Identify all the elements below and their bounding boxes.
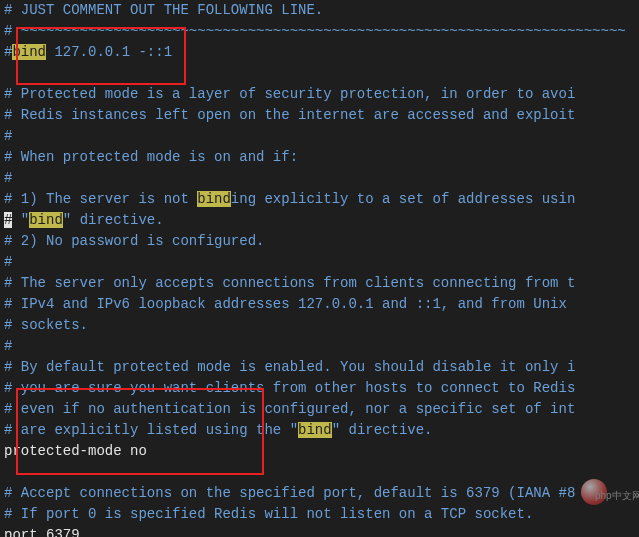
code-line[interactable]: # — [4, 168, 635, 189]
code-line[interactable]: # ~~~~~~~~~~~~~~~~~~~~~~~~~~~~~~~~~~~~~~… — [4, 21, 635, 42]
code-line[interactable]: # Protected mode is a layer of security … — [4, 84, 635, 105]
comment-text: " directive. — [63, 212, 164, 228]
code-text: port 6379 — [4, 527, 80, 537]
code-line[interactable]: # Redis instances left open on the inter… — [4, 105, 635, 126]
code-line[interactable]: port 6379 — [4, 525, 635, 537]
watermark: php中文网 — [581, 479, 631, 507]
code-line[interactable]: # you are sure you want clients from oth… — [4, 378, 635, 399]
code-text: protected-mode no — [4, 443, 147, 459]
comment-text: # Accept connections on the specified po… — [4, 485, 575, 501]
comment-text: # 1) The server is not — [4, 191, 197, 207]
comment-text: # sockets. — [4, 317, 88, 333]
comment-text: 127.0.0.1 -::1 — [46, 44, 172, 60]
comment-text: # JUST COMMENT OUT THE FOLLOWING LINE. — [4, 2, 323, 18]
code-line[interactable]: # The server only accepts connections fr… — [4, 273, 635, 294]
code-line[interactable]: # — [4, 252, 635, 273]
comment-text: " directive. — [332, 422, 433, 438]
code-line[interactable]: # even if no authentication is configure… — [4, 399, 635, 420]
code-line[interactable]: # Accept connections on the specified po… — [4, 483, 635, 504]
comment-text: # Redis instances left open on the inter… — [4, 107, 575, 123]
code-line[interactable]: # If port 0 is specified Redis will not … — [4, 504, 635, 525]
comment-text: # — [4, 338, 12, 354]
code-line[interactable]: # are explicitly listed using the "bind"… — [4, 420, 635, 441]
code-editor[interactable]: # JUST COMMENT OUT THE FOLLOWING LINE.# … — [4, 0, 635, 537]
comment-text: # are explicitly listed using the " — [4, 422, 298, 438]
comment-text: # ~~~~~~~~~~~~~~~~~~~~~~~~~~~~~~~~~~~~~~… — [4, 23, 626, 39]
code-line[interactable] — [4, 462, 635, 483]
code-line[interactable]: # 1) The server is not binding explicitl… — [4, 189, 635, 210]
comment-text: # Protected mode is a layer of security … — [4, 86, 575, 102]
code-line[interactable]: # When protected mode is on and if: — [4, 147, 635, 168]
comment-text: # 2) No password is configured. — [4, 233, 264, 249]
search-match: bind — [29, 212, 63, 228]
comment-text: # — [4, 254, 12, 270]
comment-text: ocket. — [483, 506, 533, 522]
code-line[interactable] — [4, 63, 635, 84]
search-match: bind — [298, 422, 332, 438]
comment-text: # IPv4 and IPv6 loopback addresses 127.0… — [4, 296, 567, 312]
comment-text: ing explicitly to a set of addresses usi… — [231, 191, 575, 207]
code-line[interactable]: # "bind" directive. — [4, 210, 635, 231]
comment-text: # — [4, 128, 12, 144]
code-line[interactable]: # — [4, 336, 635, 357]
comment-text: # — [4, 170, 12, 186]
comment-text: # If port 0 is specified Redis will not … — [4, 506, 483, 522]
code-line[interactable]: # IPv4 and IPv6 loopback addresses 127.0… — [4, 294, 635, 315]
comment-text: # When protected mode is on and if: — [4, 149, 298, 165]
comment-text: # even if no authentication is configure… — [4, 401, 575, 417]
comment-text: # The server only accepts connections fr… — [4, 275, 575, 291]
code-line[interactable]: # JUST COMMENT OUT THE FOLLOWING LINE. — [4, 0, 635, 21]
code-line[interactable]: # 2) No password is configured. — [4, 231, 635, 252]
code-line[interactable]: # By default protected mode is enabled. … — [4, 357, 635, 378]
search-match: bind — [12, 44, 46, 60]
search-match: bind — [197, 191, 231, 207]
comment-text: " — [12, 212, 29, 228]
code-line[interactable]: #bind 127.0.0.1 -::1 — [4, 42, 635, 63]
code-line[interactable]: # — [4, 126, 635, 147]
code-line[interactable]: # sockets. — [4, 315, 635, 336]
comment-text: # you are sure you want clients from oth… — [4, 380, 575, 396]
comment-text: # By default protected mode is enabled. … — [4, 359, 575, 375]
code-line[interactable]: protected-mode no — [4, 441, 635, 462]
